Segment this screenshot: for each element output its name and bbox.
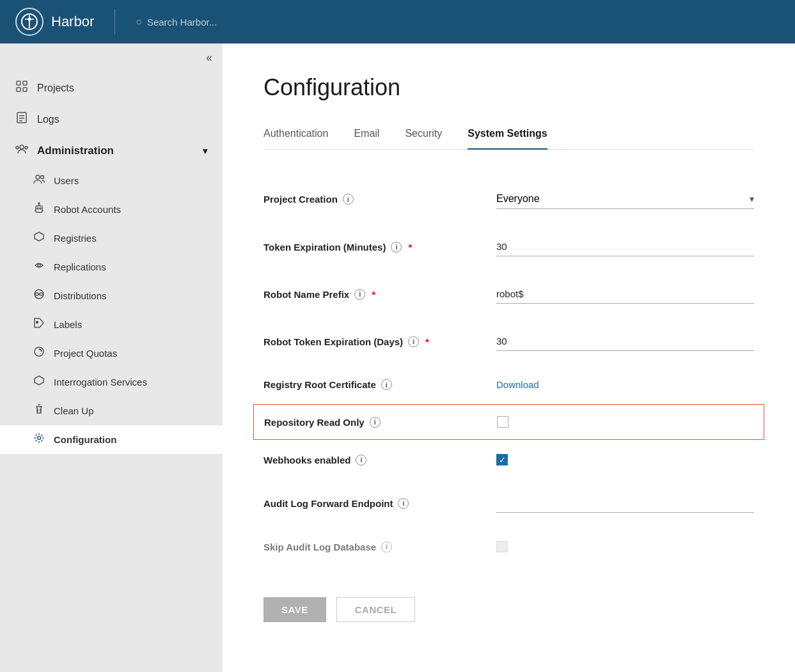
svg-point-14 [25,146,28,149]
sidebar-item-administration[interactable]: Administration ▾ [0,135,223,166]
collapse-button[interactable]: « [206,51,212,65]
repository-read-only-info-icon[interactable]: i [370,417,381,428]
sidebar-item-distributions[interactable]: Distributions [0,281,223,310]
sidebar-item-labels-label: Labels [54,319,82,330]
sidebar-navigation: Projects Logs [0,72,223,464]
configuration-icon [33,432,46,447]
search-icon: ○ [136,16,142,27]
svg-point-12 [20,145,24,149]
robot-name-prefix-required: * [372,289,375,300]
sidebar-item-interrogation-services-label: Interrogation Services [54,377,147,387]
registry-root-certificate-info-icon[interactable]: i [381,379,392,390]
users-icon [33,173,46,188]
download-certificate-link[interactable]: Download [496,379,539,390]
svg-marker-24 [35,232,43,241]
svg-point-25 [38,264,40,267]
replications-icon [33,260,46,274]
robot-token-expiration-info-icon[interactable]: i [408,336,419,347]
sidebar-item-administration-label: Administration [37,145,114,157]
svg-point-19 [40,208,41,209]
page-title: Configuration [264,74,754,101]
robot-name-prefix-info-icon[interactable]: i [354,289,365,300]
skip-audit-log-label: Skip Audit Log Database i [264,542,481,552]
svg-point-21 [38,203,40,204]
token-expiration-label: Token Expiration (Minutes) i * [264,242,481,253]
sidebar: « Projects [0,43,223,672]
token-expiration-input[interactable] [496,237,754,256]
administration-icon [15,143,29,159]
audit-log-endpoint-row: Audit Log Forward Endpoint i [264,480,754,527]
search-placeholder[interactable]: Search Harbor... [147,17,217,27]
layout: « Projects [0,43,795,672]
sidebar-item-registries[interactable]: Registries [0,224,223,253]
robot-token-expiration-input[interactable] [496,332,754,351]
robot-name-prefix-row: Robot Name Prefix i * [264,270,754,318]
logs-icon [15,111,29,127]
skip-audit-log-row: Skip Audit Log Database i [264,527,754,567]
sidebar-item-replications-label: Replications [54,262,106,272]
project-creation-info-icon[interactable]: i [343,194,354,205]
project-creation-label: Project Creation i [264,194,481,205]
sidebar-item-projects[interactable]: Projects [0,72,223,104]
token-expiration-row: Token Expiration (Minutes) i * [264,223,754,270]
sidebar-item-logs[interactable]: Logs [0,104,223,135]
tab-security[interactable]: Security [405,121,442,150]
robot-name-prefix-input[interactable] [496,285,754,304]
audit-log-endpoint-label: Audit Log Forward Endpoint i [264,498,481,509]
repository-read-only-label: Repository Read Only i [264,417,482,428]
audit-log-endpoint-info-icon[interactable]: i [398,498,409,509]
sidebar-collapse-area: « [0,43,223,72]
token-expiration-info-icon[interactable]: i [391,242,402,253]
registry-root-certificate-label: Registry Root Certificate i [264,379,481,390]
robot-token-expiration-row: Robot Token Expiration (Days) i * [264,318,754,365]
main-content: Configuration Authentication Email Secur… [223,43,795,672]
sidebar-item-configuration[interactable]: Configuration [0,425,223,454]
sidebar-item-robot-accounts[interactable]: Robot Accounts [0,195,223,224]
projects-icon [15,80,29,96]
webhooks-enabled-row: Webhooks enabled i ✓ [264,440,754,480]
logo-area: Harbor [15,8,94,36]
svg-point-15 [36,175,40,179]
harbor-logo-icon [15,8,43,36]
project-creation-row: Project Creation i Everyone ▾ [264,175,754,223]
webhooks-enabled-info-icon[interactable]: i [356,455,366,465]
robot-name-prefix-label: Robot Name Prefix i * [264,289,481,300]
svg-rect-17 [36,206,42,212]
sidebar-item-project-quotas[interactable]: Project Quotas [0,339,223,368]
sidebar-item-labels[interactable]: Labels [0,310,223,339]
sidebar-item-replications[interactable]: Replications [0,253,223,281]
sidebar-item-robot-accounts-label: Robot Accounts [54,204,121,215]
skip-audit-log-checkbox [496,541,508,552]
webhooks-enabled-checkbox[interactable]: ✓ [496,454,508,465]
svg-point-18 [37,208,38,209]
robot-token-expiration-label: Robot Token Expiration (Days) i * [264,336,481,347]
tab-system-settings[interactable]: System Settings [468,121,547,150]
sidebar-item-clean-up-label: Clean Up [54,405,94,416]
labels-icon [33,317,46,332]
svg-point-27 [36,322,38,324]
repository-read-only-checkbox[interactable] [497,416,508,428]
audit-log-endpoint-input[interactable] [496,494,754,513]
search-bar[interactable]: ○ Search Harbor... [136,16,217,27]
top-nav: Harbor ○ Search Harbor... [0,0,795,43]
registries-icon [33,231,46,246]
sidebar-item-interrogation-services[interactable]: Interrogation Services [0,368,223,396]
interrogation-services-icon [33,375,46,389]
sidebar-item-users[interactable]: Users [0,166,223,195]
sidebar-item-distributions-label: Distributions [54,290,107,301]
svg-rect-6 [17,88,20,91]
tab-authentication[interactable]: Authentication [264,121,328,150]
skip-audit-log-info-icon: i [381,542,392,552]
distributions-icon [33,288,46,303]
sidebar-item-clean-up[interactable]: Clean Up [0,396,223,425]
save-button[interactable]: SAVE [264,597,326,622]
sidebar-item-logs-label: Logs [37,114,59,125]
cancel-button[interactable]: CANCEL [336,597,416,622]
sidebar-item-configuration-label: Configuration [54,434,116,445]
tab-email[interactable]: Email [354,121,379,150]
nav-divider [114,9,115,35]
sidebar-item-users-label: Users [54,175,79,186]
action-buttons: SAVE CANCEL [264,587,754,622]
select-chevron-icon: ▾ [750,194,754,204]
project-creation-select[interactable]: Everyone ▾ [496,189,754,209]
